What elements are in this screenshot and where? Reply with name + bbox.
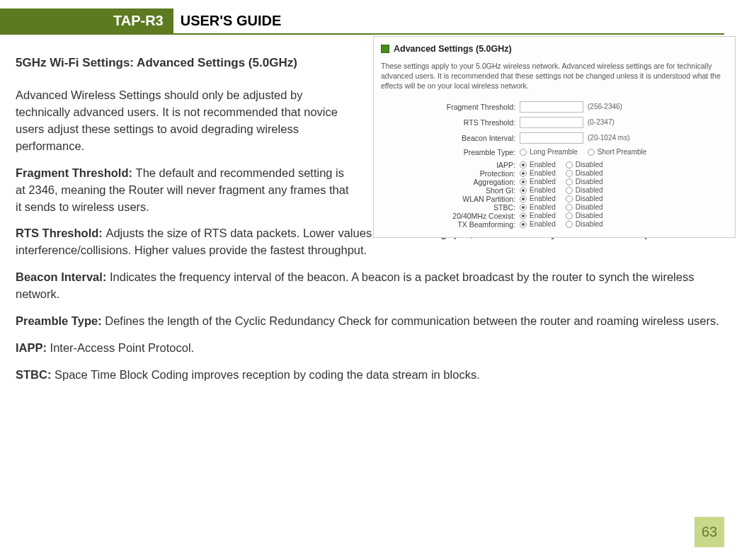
radio-icon bbox=[566, 170, 573, 177]
radio-icon bbox=[566, 221, 573, 228]
radio-icon bbox=[566, 187, 573, 194]
radio-icon bbox=[520, 149, 527, 156]
header-title: USER'S GUIDE bbox=[173, 8, 282, 33]
input-beacon[interactable] bbox=[520, 132, 583, 144]
radio-enabled[interactable]: Enabled bbox=[520, 186, 561, 194]
radio-disabled[interactable]: Disabled bbox=[566, 161, 609, 168]
radio-enabled[interactable]: Enabled bbox=[520, 195, 561, 202]
row-protection: Protection:EnabledDisabled bbox=[423, 169, 728, 178]
row-label: IAPP: bbox=[423, 161, 515, 169]
stbc-text: Space Time Block Coding improves recepti… bbox=[55, 368, 480, 381]
radio-disabled[interactable]: Disabled bbox=[566, 178, 609, 185]
radio-enabled[interactable]: Enabled bbox=[520, 178, 561, 185]
hint-fragment: (256-2346) bbox=[588, 103, 622, 110]
intro-paragraph: Advanced Wireless Settings should only b… bbox=[16, 87, 355, 155]
row-label: 20/40MHz Coexist: bbox=[423, 212, 515, 220]
row-txbeamforming: TX Beamforming:EnabledDisabled bbox=[423, 220, 728, 229]
radio-icon bbox=[566, 212, 573, 219]
radio-disabled[interactable]: Disabled bbox=[566, 195, 609, 202]
row-label: WLAN Partition: bbox=[423, 195, 515, 203]
beacon-text: Indicates the frequency interval of the … bbox=[16, 270, 694, 300]
radio-icon bbox=[520, 161, 527, 168]
label-rts: RTS Threshold: bbox=[423, 118, 515, 127]
header-model: TAP-R3 bbox=[0, 8, 173, 33]
iapp-label: IAPP: bbox=[16, 341, 50, 354]
radio-icon bbox=[520, 170, 527, 177]
row-beacon-interval: Beacon Interval: (20-1024 ms) bbox=[423, 132, 728, 144]
radio-icon bbox=[588, 149, 595, 156]
row-shortgi: Short GI:EnabledDisabled bbox=[423, 186, 728, 195]
preamble-paragraph: Preamble Type: Defines the length of the… bbox=[16, 313, 721, 330]
label-fragment: Fragment Threshold: bbox=[423, 103, 515, 111]
panel-description: These settings apply to your 5.0GHz wire… bbox=[381, 61, 728, 91]
header-bar: TAP-R3 USER'S GUIDE bbox=[0, 8, 724, 35]
row-wlanpartition: WLAN Partition:EnabledDisabled bbox=[423, 195, 728, 203]
radio-long-preamble[interactable]: Long Preamble bbox=[520, 148, 583, 156]
radio-icon bbox=[566, 195, 573, 202]
radio-icon bbox=[520, 195, 527, 202]
input-rts[interactable] bbox=[520, 117, 583, 128]
radio-enabled[interactable]: Enabled bbox=[520, 220, 561, 228]
fragment-paragraph: Fragment Threshold: The default and reco… bbox=[16, 165, 355, 216]
row-label: STBC: bbox=[423, 203, 515, 212]
row-label: Aggregation: bbox=[423, 178, 515, 186]
radio-icon bbox=[520, 187, 527, 194]
panel-title: Advanced Settings (5.0GHz) bbox=[394, 44, 512, 54]
row-fragment-threshold: Fragment Threshold: (256-2346) bbox=[423, 101, 728, 113]
radio-disabled[interactable]: Disabled bbox=[566, 203, 609, 211]
stbc-label: STBC: bbox=[16, 368, 55, 381]
radio-short-preamble[interactable]: Short Preamble bbox=[588, 148, 652, 156]
preamble-label: Preamble Type: bbox=[16, 314, 105, 327]
radio-disabled[interactable]: Disabled bbox=[566, 186, 609, 194]
radio-icon bbox=[566, 161, 573, 168]
radio-disabled[interactable]: Disabled bbox=[566, 220, 609, 228]
radio-icon bbox=[520, 212, 527, 219]
row-aggregation: Aggregation:EnabledDisabled bbox=[423, 178, 728, 186]
radio-icon bbox=[520, 204, 527, 211]
beacon-paragraph: Beacon Interval: Indicates the frequency… bbox=[16, 269, 721, 303]
radio-disabled[interactable]: Disabled bbox=[566, 169, 609, 177]
radio-enabled[interactable]: Enabled bbox=[520, 203, 561, 211]
panel-form: Fragment Threshold: (256-2346) RTS Thres… bbox=[381, 101, 728, 229]
label-beacon: Beacon Interval: bbox=[423, 134, 515, 142]
row-stbc: STBC:EnabledDisabled bbox=[423, 203, 728, 212]
radio-icon bbox=[566, 204, 573, 211]
section-title: 5GHz Wi-Fi Settings: Advanced Settings (… bbox=[16, 56, 355, 70]
settings-panel: Advanced Settings (5.0GHz) These setting… bbox=[373, 36, 736, 238]
panel-title-row: Advanced Settings (5.0GHz) bbox=[381, 44, 728, 54]
row-preamble-type: Preamble Type: Long Preamble Short Pream… bbox=[423, 148, 728, 156]
page-number: 63 bbox=[695, 517, 724, 547]
label-preamble: Preamble Type: bbox=[423, 148, 515, 156]
row-label: TX Beamforming: bbox=[423, 220, 515, 229]
row-2040mhzcoexist: 20/40MHz Coexist:EnabledDisabled bbox=[423, 212, 728, 220]
radio-disabled[interactable]: Disabled bbox=[566, 212, 609, 219]
hint-rts: (0-2347) bbox=[588, 118, 615, 126]
radio-enabled[interactable]: Enabled bbox=[520, 212, 561, 219]
fragment-label: Fragment Threshold: bbox=[16, 166, 136, 179]
hint-beacon: (20-1024 ms) bbox=[588, 134, 629, 142]
beacon-label: Beacon Interval: bbox=[16, 270, 110, 283]
row-iapp: IAPP:EnabledDisabled bbox=[423, 161, 728, 169]
preamble-text: Defines the length of the Cyclic Redunda… bbox=[105, 314, 719, 327]
iapp-text: Inter-Access Point Protocol. bbox=[50, 341, 195, 354]
radio-icon bbox=[520, 221, 527, 228]
row-label: Protection: bbox=[423, 169, 515, 178]
iapp-paragraph: IAPP: Inter-Access Point Protocol. bbox=[16, 340, 721, 357]
panel-square-icon bbox=[381, 45, 389, 53]
radio-enabled[interactable]: Enabled bbox=[520, 161, 561, 168]
radio-icon bbox=[520, 178, 527, 185]
content-area: 5GHz Wi-Fi Settings: Advanced Settings (… bbox=[0, 35, 737, 384]
radio-icon bbox=[566, 178, 573, 185]
row-rts-threshold: RTS Threshold: (0-2347) bbox=[423, 117, 728, 128]
rts-label: RTS Threshold: bbox=[16, 227, 105, 239]
row-label: Short GI: bbox=[423, 186, 515, 195]
stbc-paragraph: STBC: Space Time Block Coding improves r… bbox=[16, 367, 721, 384]
radio-enabled[interactable]: Enabled bbox=[520, 169, 561, 177]
input-fragment[interactable] bbox=[520, 101, 583, 113]
